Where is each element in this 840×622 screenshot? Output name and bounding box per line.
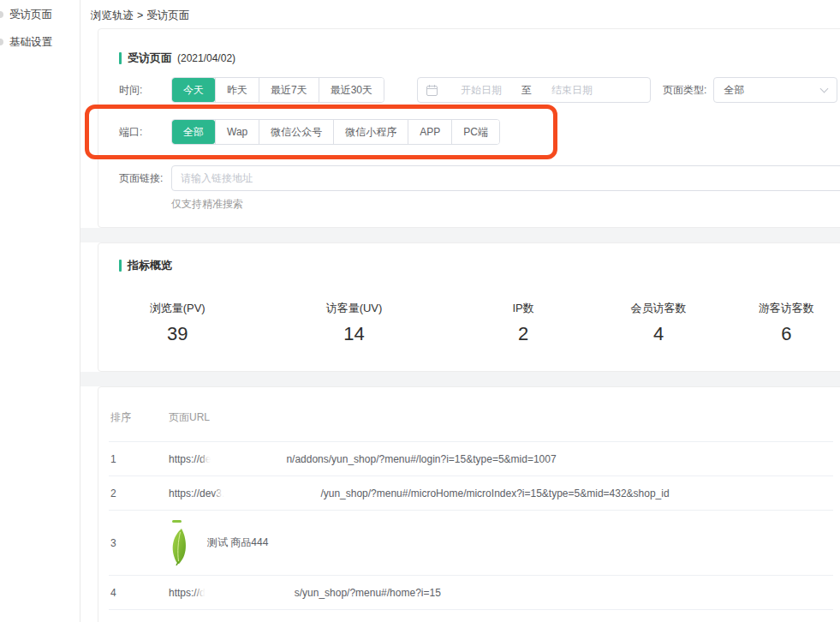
table-row: 1 https://den/addons/yun_shop/?menu#/log…: [109, 442, 833, 476]
section-gap: [80, 228, 840, 242]
time-filter-row: 时间: 今天 昨天 最近7天 最近30天 开始日期 至 结束日期 页面类型: 全…: [119, 77, 840, 103]
page-link-row: 页面链接:: [119, 165, 840, 191]
time-button-group: 今天 昨天 最近7天 最近30天: [171, 77, 384, 103]
metrics-title: 指标概览: [128, 258, 172, 273]
page-link-input[interactable]: [171, 165, 840, 191]
metric-value: 14: [256, 323, 451, 345]
breadcrumb-separator: >: [137, 9, 143, 21]
url-suffix: s/yun_shop/?menu#/home?i=15: [295, 587, 441, 599]
port-filter-row: 端口: 全部 Wap 微信公众号 微信小程序 APP PC端: [119, 119, 840, 145]
table-row: 3 测试 商品444: [109, 511, 833, 576]
breadcrumb: 浏览轨迹>受访页面: [80, 0, 840, 28]
metrics-row: 浏览量(PV) 39 访客量(UV) 14 IP数 2 会员访客数 4 游客访客…: [98, 301, 840, 345]
start-date-placeholder: 开始日期: [444, 83, 518, 98]
port-button-group: 全部 Wap 微信公众号 微信小程序 APP PC端: [171, 119, 500, 145]
port-label: 端口:: [119, 125, 171, 140]
sidebar-item-label: 受访页面: [9, 9, 52, 21]
port-option-wechat-miniprogram[interactable]: 微信小程序: [333, 120, 408, 144]
page-type-select[interactable]: 全部: [713, 77, 837, 103]
filter-card: 受访页面 (2021/04/02) 时间: 今天 昨天 最近7天 最近30天 开…: [98, 28, 840, 228]
metric-label: IP数: [452, 301, 595, 316]
breadcrumb-section[interactable]: 浏览轨迹: [91, 9, 134, 21]
url-prefix: https://d: [169, 587, 206, 599]
metric-value: 39: [98, 323, 256, 345]
leaf-dash-icon: [172, 520, 182, 523]
rank-cell: 4: [109, 587, 169, 599]
app-root: 受访页面 基础设置 浏览轨迹>受访页面 受访页面 (2021/04/02) 时间…: [0, 0, 840, 622]
metric-guest-visitors: 游客访客数 6: [723, 301, 840, 345]
table-row: 4 https://ds/yun_shop/?menu#/home?i=15: [109, 576, 833, 610]
time-option-today[interactable]: 今天: [172, 78, 215, 102]
page-type-label: 页面类型:: [663, 83, 706, 98]
column-header-url: 页面URL: [169, 410, 833, 425]
chevron-down-icon: [820, 85, 829, 93]
url-prefix: https://de: [169, 453, 211, 465]
metrics-card-title-row: 指标概览: [119, 259, 840, 272]
filter-card-title-row: 受访页面 (2021/04/02): [119, 51, 840, 65]
product-name: 测试 商品444: [207, 535, 268, 550]
rank-cell: 1: [109, 453, 169, 465]
page-type-value: 全部: [724, 83, 744, 98]
title-date-note: (2021/04/02): [177, 52, 235, 64]
metric-member-visitors: 会员访客数 4: [594, 301, 722, 345]
rank-cell: 3: [109, 537, 169, 549]
main-content: 浏览轨迹>受访页面 受访页面 (2021/04/02) 时间: 今天 昨天 最近…: [80, 0, 840, 622]
metric-label: 访客量(UV): [256, 301, 451, 316]
url-suffix: /yun_shop/?menu#/microHome/microIndex?i=…: [320, 487, 669, 499]
table-header: 排序 页面URL: [109, 394, 833, 442]
url-table-card: 排序 页面URL 1 https://den/addons/yun_shop/?…: [98, 386, 840, 622]
metric-uv: 访客量(UV) 14: [256, 301, 451, 345]
end-date-placeholder: 结束日期: [535, 83, 609, 98]
redaction-blur: [206, 587, 295, 599]
menu-bullet-icon: [0, 11, 3, 18]
port-option-all[interactable]: 全部: [172, 120, 215, 144]
page-link-label: 页面链接:: [119, 171, 171, 186]
redaction-blur: [224, 487, 320, 499]
column-header-rank: 排序: [109, 410, 169, 425]
redaction-blur: [211, 453, 286, 465]
metric-value: 6: [723, 323, 840, 345]
metric-label: 会员访客数: [594, 301, 722, 316]
url-cell: https://ds/yun_shop/?menu#/home?i=15: [169, 587, 833, 599]
url-cell: https://den/addons/yun_shop/?menu#/login…: [169, 453, 833, 465]
page-title: 受访页面: [128, 51, 172, 66]
url-prefix: https://dev3.: [169, 487, 224, 499]
sidebar-item-basic-settings[interactable]: 基础设置: [0, 28, 80, 56]
metric-value: 4: [594, 323, 722, 345]
time-option-yesterday[interactable]: 昨天: [215, 78, 259, 102]
url-suffix: n/addons/yun_shop/?menu#/login?i=15&type…: [286, 453, 556, 465]
product-cell: 测试 商品444: [169, 520, 833, 566]
metrics-card: 指标概览 浏览量(PV) 39 访客量(UV) 14 IP数 2 会员访客数 4: [98, 242, 840, 372]
section-gap: [80, 372, 840, 386]
table-row: 2 https://dev3./yun_shop/?menu#/microHom…: [109, 476, 833, 511]
port-option-app[interactable]: APP: [408, 120, 451, 144]
metric-label: 浏览量(PV): [98, 301, 256, 316]
port-option-pc[interactable]: PC端: [451, 120, 499, 144]
sidebar-item-label: 基础设置: [9, 36, 52, 48]
title-accent-bar: [119, 52, 122, 64]
page-link-hint: 仅支持精准搜索: [171, 197, 840, 212]
metric-ip: IP数 2: [452, 301, 595, 345]
metric-label: 游客访客数: [723, 301, 840, 316]
breadcrumb-current: 受访页面: [146, 9, 189, 21]
sidebar-item-visited-pages[interactable]: 受访页面: [0, 1, 80, 28]
metric-pv: 浏览量(PV) 39: [98, 301, 256, 345]
metric-value: 2: [452, 323, 595, 345]
sidebar: 受访页面 基础设置: [0, 0, 80, 622]
time-option-last30days[interactable]: 最近30天: [319, 78, 384, 102]
rank-cell: 2: [109, 487, 169, 499]
calendar-icon: [426, 85, 438, 96]
leaf-icon: [170, 528, 192, 565]
product-leaf-image: [169, 520, 194, 566]
url-cell: https://dev3./yun_shop/?menu#/microHome/…: [169, 487, 833, 499]
port-option-wap[interactable]: Wap: [215, 120, 259, 144]
port-option-wechat-official[interactable]: 微信公众号: [259, 120, 333, 144]
time-label: 时间:: [119, 83, 171, 98]
title-accent-bar: [119, 260, 122, 272]
table-row: 5 https:///addons/yun_shop/?menu#/home?i…: [109, 610, 833, 622]
date-range-separator: 至: [521, 83, 532, 98]
time-option-last7days[interactable]: 最近7天: [259, 78, 319, 102]
menu-bullet-icon: [0, 39, 3, 45]
date-range-picker[interactable]: 开始日期 至 结束日期: [417, 77, 651, 103]
